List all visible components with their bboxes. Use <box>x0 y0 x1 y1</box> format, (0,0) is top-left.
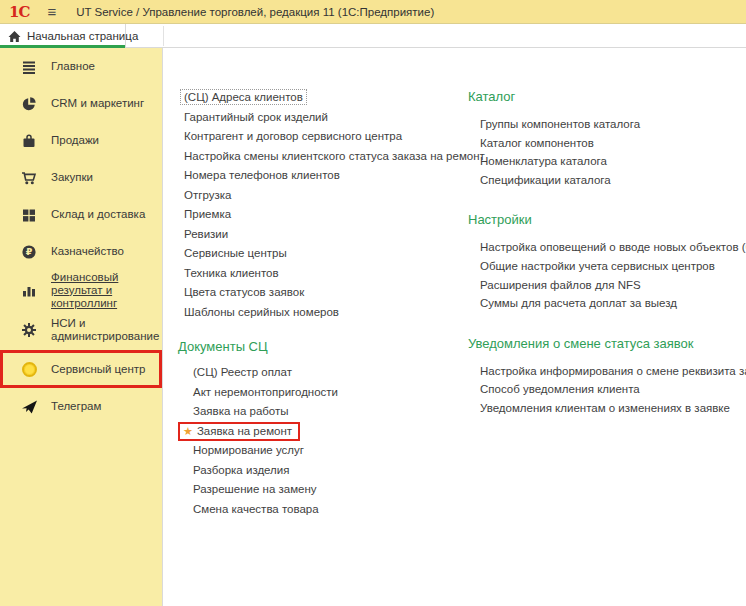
home-icon <box>8 30 21 43</box>
link-item[interactable]: Сервисные центры <box>184 244 478 264</box>
link-client-addresses[interactable]: (СЦ) Адреса клиентов <box>184 88 478 108</box>
ruble-icon: ₽ <box>20 244 38 260</box>
sidebar-item-label: Сервисный центр <box>51 363 145 376</box>
app-window: 1С ≡ UT Service / Управление торговлей, … <box>0 0 746 606</box>
bar-chart-icon <box>20 282 38 298</box>
main-content: (СЦ) Адреса клиентов Гарантийный срок из… <box>164 48 746 606</box>
link-item[interactable]: (СЦ) Реестр оплат <box>193 363 478 383</box>
link-item[interactable]: Суммы для расчета доплат за выезд <box>480 294 746 313</box>
link-item[interactable]: Настройка оповещений о вводе новых объек… <box>480 238 746 257</box>
section-catalog: Каталог Группы компонентов каталога Ката… <box>468 88 746 189</box>
svg-text:₽: ₽ <box>26 246 33 257</box>
link-item[interactable]: Разрешение на замену <box>193 480 478 500</box>
section-title-settings: Настройки <box>468 211 746 229</box>
sidebar-item-label: Главное <box>51 60 95 73</box>
tabbar-divider <box>163 26 164 46</box>
links-column-2: Каталог Группы компонентов каталога Ката… <box>468 88 746 418</box>
gear-icon <box>20 322 38 338</box>
sidebar-item-main[interactable]: Главное <box>0 48 162 85</box>
focused-link-label: (СЦ) Адреса клиентов <box>180 89 307 105</box>
1c-logo: 1С <box>9 3 29 21</box>
link-label: Заявка на ремонт <box>197 425 292 437</box>
link-item[interactable]: Настройка информирования о смене реквизи… <box>480 362 746 381</box>
link-item[interactable]: Приемка <box>184 205 478 225</box>
section-title-catalog: Каталог <box>468 88 746 106</box>
sidebar-item-nsi-administration[interactable]: НСИ и администрирование <box>0 310 162 350</box>
topbar: 1С ≡ UT Service / Управление торговлей, … <box>0 0 746 24</box>
link-item[interactable]: Разборка изделия <box>193 461 478 481</box>
yellow-circle-icon <box>20 362 38 377</box>
section-status-notifications: Уведомления о смене статуса заявок Настр… <box>468 335 746 418</box>
sidebar-item-label: Телеграм <box>51 400 101 413</box>
link-item[interactable]: Номера телефонов клиентов <box>184 166 478 186</box>
star-icon: ★ <box>183 426 193 437</box>
sidebar-item-financial-result[interactable]: Финансовый результат и контроллинг <box>0 270 162 310</box>
link-item[interactable]: Номенклатура каталога <box>480 152 746 171</box>
link-repair-request[interactable]: ★ Заявка на ремонт <box>178 422 300 442</box>
link-item[interactable]: Цвета статусов заявок <box>184 283 478 303</box>
tab-label: Начальная страница <box>27 30 138 42</box>
link-item[interactable]: Отгрузка <box>184 186 478 206</box>
grid-icon <box>20 207 38 223</box>
links-column-1: (СЦ) Адреса клиентов Гарантийный срок из… <box>178 88 478 519</box>
section-title-status-notifications: Уведомления о смене статуса заявок <box>468 335 746 353</box>
sidebar-item-sales[interactable]: Продажи <box>0 122 162 159</box>
section-settings: Настройки Настройка оповещений о вводе н… <box>468 211 746 312</box>
main-menu-icon[interactable]: ≡ <box>47 4 56 19</box>
tab-bar: Начальная страница <box>0 24 746 48</box>
window-title: UT Service / Управление торговлей, редак… <box>76 6 434 18</box>
sidebar-item-label: CRM и маркетинг <box>51 97 144 110</box>
sidebar-item-label: Казначейство <box>51 245 124 258</box>
sidebar-item-label: Продажи <box>51 134 99 147</box>
link-item[interactable]: Акт неремонтопригодности <box>193 383 478 403</box>
sidebar-item-label: Закупки <box>51 171 93 184</box>
link-item[interactable]: Настройка смены клиентского статуса зака… <box>184 147 478 167</box>
pie-chart-icon <box>20 96 38 112</box>
link-item[interactable]: Уведомления клиентам о изменениях в заяв… <box>480 399 746 418</box>
sidebar-item-label: Финансовый результат и контроллинг <box>51 271 158 310</box>
link-item[interactable]: Смена качества товара <box>193 500 478 520</box>
paper-plane-icon <box>20 399 38 415</box>
link-item[interactable]: Контрагент и договор сервисного центра <box>184 127 478 147</box>
link-item[interactable]: Расширения файлов для NFS <box>480 276 746 295</box>
link-item[interactable]: Общие настройки учета сервисных центров <box>480 257 746 276</box>
sidebar-item-treasury[interactable]: ₽ Казначейство <box>0 233 162 270</box>
sidebar-item-service-center[interactable]: Сервисный центр <box>0 350 162 388</box>
sidebar-item-purchases[interactable]: Закупки <box>0 159 162 196</box>
link-item[interactable]: Шаблоны серийных номеров <box>184 303 478 323</box>
link-item[interactable]: Группы компонентов каталога <box>480 115 746 134</box>
section-title-documents-sc: Документы СЦ <box>178 338 478 356</box>
sidebar-item-label: НСИ и администрирование <box>51 317 159 343</box>
list-icon <box>20 59 38 75</box>
link-group: (СЦ) Адреса клиентов Гарантийный срок из… <box>178 88 478 322</box>
link-group: (СЦ) Реестр оплат Акт неремонтопригоднос… <box>178 363 478 519</box>
link-item[interactable]: Гарантийный срок изделий <box>184 108 478 128</box>
sidebar-item-label: Склад и доставка <box>51 208 145 221</box>
sidebar-item-crm-marketing[interactable]: CRM и маркетинг <box>0 85 162 122</box>
cart-icon <box>20 170 38 186</box>
link-item[interactable]: Техника клиентов <box>184 264 478 284</box>
sidebar-item-telegram[interactable]: Телеграм <box>0 388 162 425</box>
link-item[interactable]: Способ уведомления клиента <box>480 380 746 399</box>
bag-icon <box>20 133 38 149</box>
link-item[interactable]: Спецификации каталога <box>480 171 746 190</box>
link-item[interactable]: Ревизии <box>184 225 478 245</box>
link-item[interactable]: Каталог компонентов <box>480 134 746 153</box>
link-item[interactable]: Заявка на работы <box>193 402 478 422</box>
link-item[interactable]: Нормирование услуг <box>193 441 478 461</box>
sidebar: Главное CRM и маркетинг Продажи Закупки <box>0 48 163 606</box>
sidebar-item-warehouse-delivery[interactable]: Склад и доставка <box>0 196 162 233</box>
tab-home-page[interactable]: Начальная страница <box>0 24 126 48</box>
